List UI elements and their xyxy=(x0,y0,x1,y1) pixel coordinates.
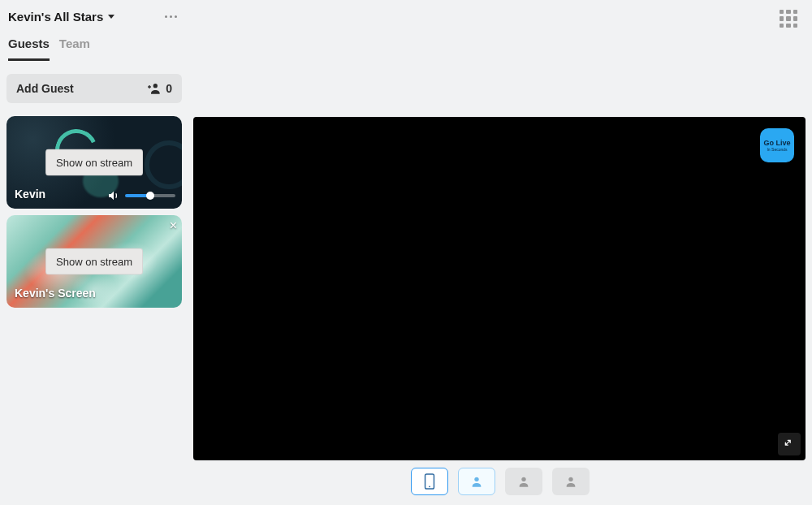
stream-title-dropdown[interactable]: Kevin's All Stars xyxy=(8,10,114,24)
volume-thumb[interactable] xyxy=(146,192,154,200)
volume-icon xyxy=(107,189,120,202)
svg-point-0 xyxy=(153,84,158,88)
volume-slider[interactable] xyxy=(125,194,175,197)
layout-user-3[interactable] xyxy=(552,468,590,495)
tab-team[interactable]: Team xyxy=(59,37,90,61)
participant-tile-screen[interactable]: × Show on stream Kevin's Screen xyxy=(6,215,182,308)
apps-grid-icon[interactable] xyxy=(780,10,797,28)
fullscreen-icon xyxy=(784,438,795,450)
chevron-down-icon xyxy=(108,15,114,19)
participant-name: Kevin xyxy=(15,188,45,201)
phone-icon xyxy=(423,473,436,490)
participant-name: Kevin's Screen xyxy=(15,287,96,300)
layout-toolbar xyxy=(188,468,812,495)
participant-tile-kevin[interactable]: Show on stream Kevin xyxy=(6,116,182,209)
sidebar-tabs: Guests Team xyxy=(6,28,182,61)
tab-guests[interactable]: Guests xyxy=(8,37,50,61)
add-guest-label: Add Guest xyxy=(16,82,74,95)
person-icon xyxy=(470,473,483,490)
add-guest-button[interactable]: Add Guest 0 xyxy=(6,74,182,103)
go-live-line1: Go Live xyxy=(763,140,790,147)
show-on-stream-button[interactable]: Show on stream xyxy=(45,248,143,275)
person-icon xyxy=(517,473,530,490)
svg-point-6 xyxy=(521,477,525,481)
volume-control[interactable] xyxy=(107,189,175,202)
stream-stage: Go Live In Seconds xyxy=(193,117,806,460)
close-icon[interactable]: × xyxy=(170,218,177,233)
guest-count: 0 xyxy=(148,82,172,95)
person-icon xyxy=(564,473,577,490)
show-on-stream-button[interactable]: Show on stream xyxy=(45,149,143,176)
go-live-line2: In Seconds xyxy=(767,148,787,152)
svg-rect-2 xyxy=(149,85,150,88)
layout-user-1[interactable] xyxy=(458,468,495,495)
svg-point-5 xyxy=(474,477,478,481)
fullscreen-button[interactable] xyxy=(778,433,801,455)
layout-user-2[interactable] xyxy=(505,468,542,495)
svg-point-7 xyxy=(568,477,572,481)
more-icon[interactable] xyxy=(162,12,180,21)
go-live-badge[interactable]: Go Live In Seconds xyxy=(760,128,794,162)
add-person-icon xyxy=(148,83,161,94)
svg-point-4 xyxy=(429,486,430,487)
stream-title: Kevin's All Stars xyxy=(8,10,103,24)
layout-single[interactable] xyxy=(411,468,448,495)
